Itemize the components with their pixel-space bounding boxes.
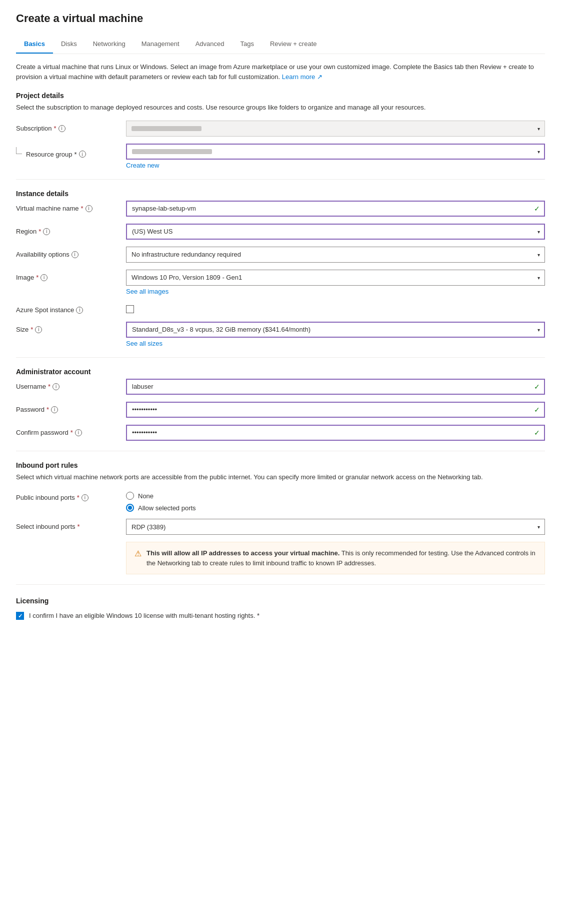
image-info-icon[interactable]: i bbox=[40, 274, 48, 281]
public-ports-required: * bbox=[77, 493, 80, 502]
learn-more-link[interactable]: Learn more ↗ bbox=[282, 73, 322, 81]
size-select[interactable]: Standard_D8s_v3 - 8 vcpus, 32 GiB memory… bbox=[126, 322, 545, 338]
subscription-select[interactable] bbox=[126, 121, 545, 137]
resource-group-blurred-value bbox=[132, 149, 212, 154]
username-input-wrapper: ✓ bbox=[126, 379, 545, 395]
inbound-rules-title: Inbound port rules bbox=[16, 461, 545, 469]
availability-row: Availability options i No infrastructure… bbox=[16, 247, 545, 263]
select-ports-control: RDP (3389) ▾ bbox=[126, 519, 545, 535]
warning-icon: ⚠ bbox=[134, 549, 142, 558]
size-row: Size * i Standard_D8s_v3 - 8 vcpus, 32 G… bbox=[16, 322, 545, 347]
region-required: * bbox=[38, 227, 41, 236]
warning-container: ⚠ This will allow all IP addresses to ac… bbox=[126, 542, 545, 574]
subscription-row: Subscription * i ▾ bbox=[16, 121, 545, 137]
subscription-select-wrapper: ▾ bbox=[126, 121, 545, 137]
availability-select-wrapper: No infrastructure redundancy required ▾ bbox=[126, 247, 545, 263]
availability-select[interactable]: No infrastructure redundancy required bbox=[126, 247, 545, 263]
tab-review-create[interactable]: Review + create bbox=[262, 35, 325, 54]
resource-group-label: Resource group * i bbox=[26, 147, 86, 158]
tab-basics[interactable]: Basics bbox=[16, 35, 53, 54]
image-required: * bbox=[36, 273, 38, 282]
public-ports-row: Public inbound ports * i None Allow sele… bbox=[16, 490, 545, 512]
licensing-check-row: I confirm I have an eligible Windows 10 … bbox=[16, 611, 545, 621]
azure-spot-label: Azure Spot instance i bbox=[16, 302, 126, 315]
region-select-wrapper: (US) West US ▾ bbox=[126, 224, 545, 240]
password-row: Password * i ✓ bbox=[16, 402, 545, 418]
resource-group-required: * bbox=[74, 151, 77, 158]
licensing-required: * bbox=[257, 612, 260, 619]
tab-networking[interactable]: Networking bbox=[85, 35, 134, 54]
password-info-icon[interactable]: i bbox=[51, 406, 58, 413]
radio-allow[interactable]: Allow selected ports bbox=[126, 504, 545, 512]
subscription-label: Subscription * i bbox=[16, 121, 126, 133]
public-ports-control: None Allow selected ports bbox=[126, 490, 545, 512]
azure-spot-row: Azure Spot instance i bbox=[16, 302, 545, 315]
confirm-password-control: ✓ bbox=[126, 425, 545, 441]
vm-name-input-wrapper: ✓ bbox=[126, 201, 545, 217]
username-required: * bbox=[48, 382, 50, 391]
select-ports-row: Select inbound ports * RDP (3389) ▾ bbox=[16, 519, 545, 535]
azure-spot-checkbox[interactable] bbox=[126, 305, 134, 313]
username-input[interactable] bbox=[126, 379, 545, 395]
resource-group-control: ▾ Create new bbox=[126, 144, 545, 169]
region-row: Region * i (US) West US ▾ bbox=[16, 224, 545, 240]
public-ports-info-icon[interactable]: i bbox=[82, 494, 88, 501]
vm-name-label: Virtual machine name * i bbox=[16, 201, 126, 213]
confirm-password-row: Confirm password * i ✓ bbox=[16, 425, 545, 441]
vm-name-input[interactable] bbox=[126, 201, 545, 217]
subscription-info-icon[interactable]: i bbox=[58, 125, 66, 132]
region-control: (US) West US ▾ bbox=[126, 224, 545, 240]
tab-management[interactable]: Management bbox=[134, 35, 188, 54]
tab-advanced[interactable]: Advanced bbox=[188, 35, 232, 54]
licensing-checkbox[interactable] bbox=[16, 612, 24, 620]
password-required: * bbox=[46, 405, 49, 414]
username-label: Username * i bbox=[16, 379, 126, 391]
see-all-images-link[interactable]: See all images bbox=[126, 288, 545, 295]
select-ports-required: * bbox=[78, 522, 80, 531]
region-select[interactable]: (US) West US bbox=[126, 224, 545, 240]
create-new-link[interactable]: Create new bbox=[126, 162, 545, 169]
radio-none[interactable]: None bbox=[126, 492, 545, 500]
size-select-wrapper: Standard_D8s_v3 - 8 vcpus, 32 GiB memory… bbox=[126, 322, 545, 338]
vm-name-info-icon[interactable]: i bbox=[86, 205, 92, 212]
region-info-icon[interactable]: i bbox=[43, 228, 50, 235]
image-select[interactable]: Windows 10 Pro, Version 1809 - Gen1 bbox=[126, 270, 545, 286]
password-input[interactable] bbox=[126, 402, 545, 418]
resource-group-select[interactable] bbox=[126, 144, 545, 160]
tab-disks[interactable]: Disks bbox=[53, 35, 85, 54]
availability-info-icon[interactable]: i bbox=[72, 251, 78, 258]
warning-box: ⚠ This will allow all IP addresses to ac… bbox=[126, 542, 545, 574]
radio-allow-btn[interactable] bbox=[126, 504, 134, 512]
resource-group-row: Resource group * i ▾ Create new bbox=[16, 144, 545, 169]
azure-spot-control bbox=[126, 302, 545, 313]
select-ports-label: Select inbound ports * bbox=[16, 519, 126, 531]
confirm-password-input[interactable] bbox=[126, 425, 545, 441]
azure-spot-info-icon[interactable]: i bbox=[76, 307, 83, 314]
confirm-password-info-icon[interactable]: i bbox=[75, 429, 82, 436]
vm-name-row: Virtual machine name * i ✓ bbox=[16, 201, 545, 217]
radio-allow-label: Allow selected ports bbox=[138, 504, 196, 512]
availability-label: Availability options i bbox=[16, 247, 126, 259]
tab-tags[interactable]: Tags bbox=[232, 35, 262, 54]
username-row: Username * i ✓ bbox=[16, 379, 545, 395]
instance-details-title: Instance details bbox=[16, 190, 545, 198]
divider-2 bbox=[16, 357, 545, 358]
password-control: ✓ bbox=[126, 402, 545, 418]
resource-group-info-icon[interactable]: i bbox=[79, 151, 86, 158]
password-input-wrapper: ✓ bbox=[126, 402, 545, 418]
divider-3 bbox=[16, 451, 545, 451]
radio-none-label: None bbox=[138, 492, 154, 500]
confirm-password-input-wrapper: ✓ bbox=[126, 425, 545, 441]
confirm-password-required: * bbox=[70, 428, 73, 437]
subscription-required: * bbox=[54, 124, 56, 133]
select-ports-select[interactable]: RDP (3389) bbox=[126, 519, 545, 535]
radio-none-btn[interactable] bbox=[126, 492, 134, 500]
inbound-rules-description: Select which virtual machine network por… bbox=[16, 472, 545, 482]
username-info-icon[interactable]: i bbox=[52, 383, 60, 390]
image-select-wrapper: Windows 10 Pro, Version 1809 - Gen1 ▾ bbox=[126, 270, 545, 286]
public-ports-radio-group: None Allow selected ports bbox=[126, 490, 545, 512]
licensing-title: Licensing bbox=[16, 597, 545, 605]
see-all-sizes-link[interactable]: See all sizes bbox=[126, 340, 545, 347]
username-control: ✓ bbox=[126, 379, 545, 395]
size-info-icon[interactable]: i bbox=[35, 326, 42, 333]
